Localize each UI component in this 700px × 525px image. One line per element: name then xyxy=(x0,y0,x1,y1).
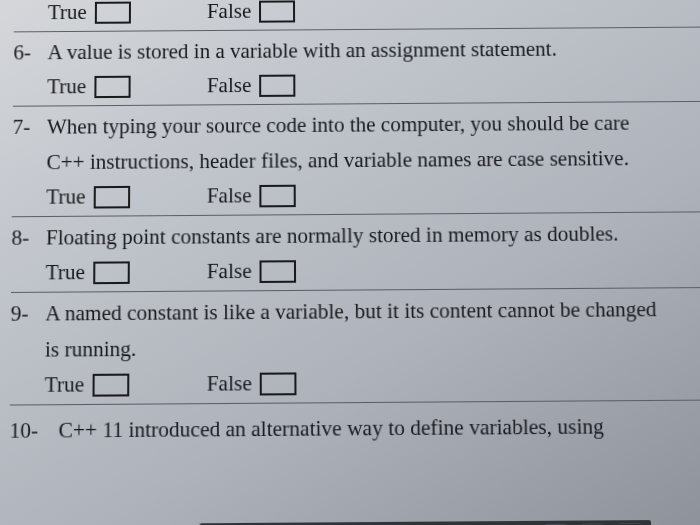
q7-false-checkbox[interactable] xyxy=(260,184,296,207)
false-label: False xyxy=(207,183,252,209)
quiz-page: True False 6-A value is stored in a vari… xyxy=(0,0,700,525)
q7-true-checkbox[interactable] xyxy=(94,185,130,208)
q10-number: 10- xyxy=(9,416,58,446)
divider xyxy=(11,287,700,293)
q5-options: True False xyxy=(14,0,700,25)
false-label: False xyxy=(207,73,252,98)
false-label: False xyxy=(207,371,252,397)
false-label: False xyxy=(207,259,252,285)
q9-line1: A named constant is like a variable, but… xyxy=(45,297,657,326)
q5-false-checkbox[interactable] xyxy=(259,0,295,22)
divider xyxy=(13,101,700,107)
q8-true-checkbox[interactable] xyxy=(93,261,130,284)
true-label: True xyxy=(46,260,86,286)
divider xyxy=(12,211,700,217)
q7-line2: C++ instructions, header files, and vari… xyxy=(12,143,700,177)
false-label: False xyxy=(207,0,251,24)
true-label: True xyxy=(48,0,87,25)
true-label: True xyxy=(47,74,86,99)
q6-false-checkbox[interactable] xyxy=(259,74,295,96)
q10: 10-C++ 11 introduced an alternative way … xyxy=(9,411,700,446)
q9-false-checkbox[interactable] xyxy=(260,372,297,395)
divider xyxy=(10,399,700,405)
q8: 8-Floating point constants are normally … xyxy=(11,218,700,252)
q7-number: 7- xyxy=(13,113,47,142)
status-bar: Notes Comments xyxy=(199,520,651,525)
q7-options: True False xyxy=(12,180,700,210)
q9-number: 9- xyxy=(11,299,46,328)
q7: 7-When typing your source code into the … xyxy=(13,108,700,142)
spacer xyxy=(136,272,207,273)
q8-text: Floating point constants are normally st… xyxy=(46,221,619,250)
q6-options: True False xyxy=(13,70,700,100)
q8-number: 8- xyxy=(11,223,46,252)
q5-true-checkbox[interactable] xyxy=(95,1,131,23)
spacer xyxy=(135,384,206,385)
q6: 6-A value is stored in a variable with a… xyxy=(13,33,700,66)
q6-text: A value is stored in a variable with an … xyxy=(47,37,557,65)
divider xyxy=(14,26,700,32)
true-label: True xyxy=(45,372,85,398)
q7-line1: When typing your source code into the co… xyxy=(47,111,630,139)
q10-text: C++ 11 introduced an alternative way to … xyxy=(58,414,604,443)
q9-true-checkbox[interactable] xyxy=(92,373,129,396)
q9-options: True False xyxy=(10,367,700,398)
q9-line2: is running. xyxy=(10,330,700,364)
q6-number: 6- xyxy=(13,38,47,67)
q8-options: True False xyxy=(11,256,700,287)
q6-true-checkbox[interactable] xyxy=(94,76,130,98)
true-label: True xyxy=(46,184,85,210)
q9: 9-A named constant is like a variable, b… xyxy=(11,294,700,328)
q8-false-checkbox[interactable] xyxy=(260,260,297,283)
